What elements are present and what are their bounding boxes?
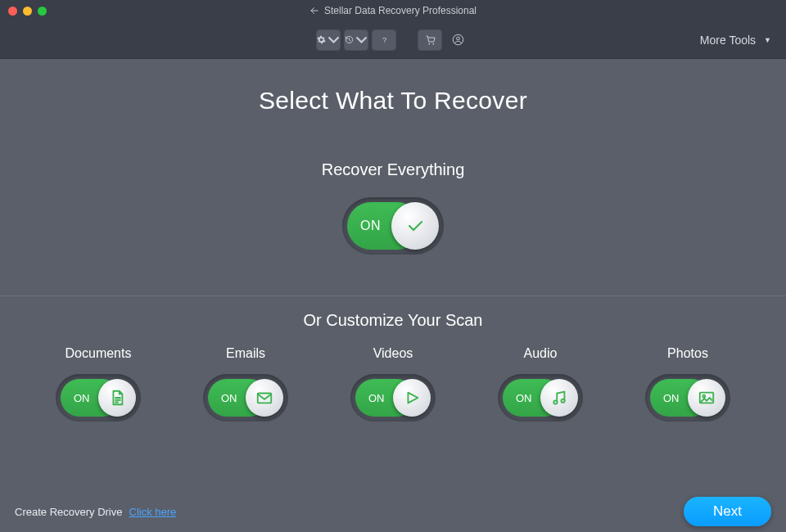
create-recovery-drive-link[interactable]: Click here	[129, 506, 177, 518]
category-videos: Videos ON	[350, 346, 436, 422]
videos-toggle[interactable]: ON	[355, 379, 431, 417]
toggle-knob	[393, 379, 431, 417]
toggle-state-label: ON	[516, 392, 532, 404]
category-label: Documents	[66, 346, 132, 361]
svg-point-4	[456, 37, 459, 40]
category-label: Videos	[373, 346, 413, 361]
main-content: Select What To Recover Recover Everythin…	[0, 59, 786, 422]
toggle-knob	[540, 379, 578, 417]
document-icon	[108, 389, 126, 407]
more-tools-label: More Tools	[700, 34, 756, 47]
help-icon: ?	[378, 34, 391, 46]
toggle-state-label: ON	[221, 392, 237, 404]
toggle-state-label: ON	[368, 392, 385, 404]
category-row: Documents ON Emails ON	[0, 346, 786, 422]
help-button[interactable]: ?	[372, 29, 396, 51]
toggle-state-label: ON	[74, 392, 90, 404]
svg-point-6	[553, 400, 557, 404]
toggle-knob	[391, 202, 439, 250]
caret-down-icon: ▼	[764, 36, 771, 44]
toggle-state-label: ON	[360, 219, 381, 233]
next-button[interactable]: Next	[684, 497, 771, 526]
category-photos: Photos ON	[645, 346, 730, 422]
maximize-window-button[interactable]	[38, 7, 47, 16]
window-title: Stellar Data Recovery Professional	[0, 5, 786, 16]
photos-toggle[interactable]: ON	[650, 379, 725, 417]
category-documents: Documents ON	[56, 346, 141, 422]
caret-down-icon	[328, 34, 340, 46]
divider	[0, 295, 786, 296]
svg-point-1	[428, 43, 430, 45]
create-recovery-drive-label: Create Recovery Drive	[15, 506, 123, 518]
music-icon	[550, 389, 568, 407]
category-label: Emails	[226, 346, 265, 361]
recover-everything-label: Recover Everything	[0, 160, 786, 179]
toolbar-group: ?	[316, 29, 470, 51]
window-title-text: Stellar Data Recovery Professional	[324, 5, 477, 16]
page-title: Select What To Recover	[0, 87, 786, 115]
svg-point-2	[432, 43, 434, 45]
toolbar: ? More Tools ▼	[0, 21, 786, 59]
toggle-knob	[688, 379, 725, 417]
svg-point-7	[561, 399, 564, 403]
svg-point-9	[702, 395, 705, 398]
toggle-state-label: ON	[663, 392, 680, 404]
cart-button[interactable]	[418, 29, 442, 51]
history-icon	[345, 34, 354, 46]
customize-scan-label: Or Customize Your Scan	[0, 311, 786, 330]
history-button[interactable]	[344, 29, 368, 51]
category-label: Photos	[667, 346, 708, 361]
svg-text:?: ?	[382, 36, 386, 44]
account-button[interactable]	[445, 29, 470, 51]
minimize-window-button[interactable]	[23, 7, 32, 16]
mail-icon	[255, 389, 273, 407]
recover-everything-toggle-wrap: ON	[0, 197, 786, 255]
create-recovery-drive: Create Recovery Drive Click here	[15, 506, 176, 518]
cart-icon	[424, 34, 436, 46]
category-emails: Emails ON	[203, 346, 288, 422]
image-icon	[698, 389, 716, 407]
back-arrow-icon	[309, 6, 319, 16]
footer: Create Recovery Drive Click here Next	[0, 491, 786, 532]
play-icon	[403, 389, 421, 407]
audio-toggle[interactable]: ON	[503, 379, 578, 417]
check-icon	[405, 216, 425, 236]
gear-icon	[317, 34, 326, 46]
category-label: Audio	[524, 346, 558, 361]
category-audio: Audio ON	[498, 346, 583, 422]
window-controls	[8, 7, 47, 16]
settings-button[interactable]	[316, 29, 341, 51]
user-icon	[452, 34, 464, 46]
more-tools-menu[interactable]: More Tools ▼	[700, 21, 771, 59]
toggle-knob	[246, 379, 283, 417]
recover-everything-toggle[interactable]: ON	[347, 202, 439, 250]
emails-toggle[interactable]: ON	[208, 379, 283, 417]
caret-down-icon	[355, 34, 368, 46]
close-window-button[interactable]	[8, 7, 17, 16]
toggle-knob	[98, 379, 136, 417]
documents-toggle[interactable]: ON	[61, 379, 136, 417]
titlebar: Stellar Data Recovery Professional	[0, 0, 786, 21]
